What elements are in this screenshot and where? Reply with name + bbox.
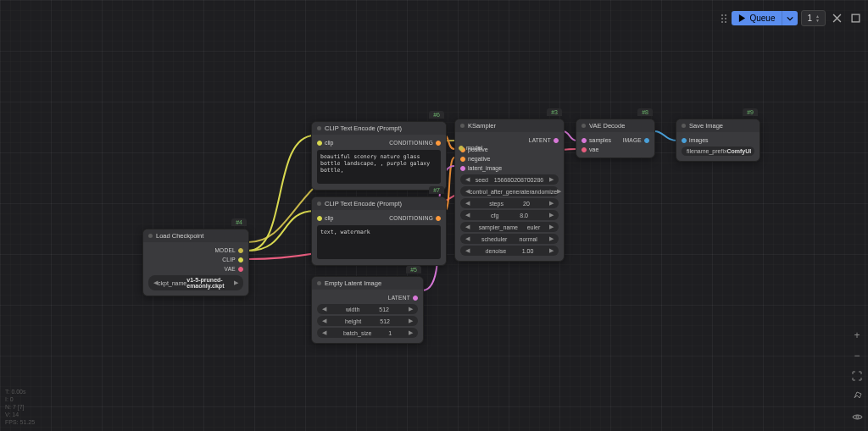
sampler-name-widget[interactable]: ◀sampler_nameeuler▶ — [460, 222, 559, 232]
node-badge: #3 — [547, 108, 562, 116]
title-text: KSampler — [468, 122, 496, 130]
stat-iterations: I: 0 — [5, 395, 35, 403]
node-clip-text-encode-negative[interactable]: #7 CLIP Text Encode (Prompt) clip CONDIT… — [311, 196, 447, 266]
stat-time: T: 0.00s — [5, 388, 35, 395]
stat-version: V: 14 — [5, 411, 35, 418]
input-model[interactable]: model — [459, 145, 482, 151]
collapse-dot-icon[interactable] — [317, 126, 321, 130]
node-graph-canvas[interactable]: #4 Load Checkpoint MODEL CLIP VAE ◀ckpt_… — [0, 0, 868, 431]
prompt-text[interactable]: beautiful scenery nature glass bottle la… — [317, 150, 441, 184]
prompt-text[interactable]: text, watermark — [317, 225, 441, 259]
ckpt-name-widget[interactable]: ◀ckpt_namev1-5-pruned-emaonly.ckpt▶ — [148, 275, 243, 290]
width-widget[interactable]: ◀width512▶ — [317, 304, 418, 314]
eye-icon — [852, 412, 863, 423]
scheduler-widget[interactable]: ◀schedulernormal▶ — [460, 234, 559, 244]
node-save-image[interactable]: #9 Save Image images filename_prefixComf… — [676, 119, 760, 162]
title-text: CLIP Text Encode (Prompt) — [325, 124, 402, 132]
collapse-dot-icon[interactable] — [682, 124, 686, 128]
control-after-generate-widget[interactable]: ◀control_after_generaterandomize▶ — [460, 186, 559, 196]
steps-widget[interactable]: ◀steps20▶ — [460, 198, 559, 208]
output-latent[interactable]: LATENT — [529, 137, 559, 143]
queue-button[interactable]: Queue — [732, 11, 782, 25]
zoom-out-button[interactable]: − — [849, 348, 865, 363]
svg-rect-0 — [852, 14, 860, 22]
output-latent[interactable]: LATENT — [388, 295, 418, 301]
node-title[interactable]: Empty Latent Image — [312, 277, 423, 290]
output-clip[interactable]: CLIP — [222, 257, 243, 262]
node-badge: #5 — [406, 266, 421, 274]
input-clip[interactable]: clip — [317, 140, 334, 146]
plus-icon: + — [854, 329, 860, 341]
node-title[interactable]: CLIP Text Encode (Prompt) — [312, 197, 446, 210]
node-title[interactable]: VAE Decode — [576, 119, 654, 132]
input-vae[interactable]: vae — [581, 146, 598, 152]
close-icon — [832, 14, 842, 23]
output-vae[interactable]: VAE — [225, 266, 243, 272]
title-text: VAE Decode — [589, 122, 625, 130]
locate-icon — [852, 391, 862, 401]
stat-nodes: N: 7 [7] — [5, 403, 35, 411]
top-toolbar: Queue 1 ▲▼ — [720, 10, 863, 26]
toggle-visibility-button[interactable] — [849, 409, 865, 424]
node-title[interactable]: KSampler — [455, 119, 564, 132]
output-image[interactable]: IMAGE — [623, 137, 649, 143]
cfg-widget[interactable]: ◀cfg8.0▶ — [460, 210, 559, 220]
collapse-dot-icon[interactable] — [317, 202, 321, 206]
node-load-checkpoint[interactable]: #4 Load Checkpoint MODEL CLIP VAE ◀ckpt_… — [142, 229, 249, 296]
collapse-dot-icon[interactable] — [581, 124, 586, 128]
node-title[interactable]: Load Checkpoint — [143, 229, 248, 242]
input-images[interactable]: images — [682, 137, 709, 143]
denoise-widget[interactable]: ◀denoise1.00▶ — [460, 246, 559, 256]
node-badge: #7 — [429, 186, 444, 194]
node-ksampler[interactable]: #3 KSampler model LATENT positive negati… — [454, 119, 565, 262]
node-badge: #6 — [429, 111, 444, 119]
spin-down-icon[interactable]: ▼ — [815, 19, 820, 23]
locate-button[interactable] — [849, 389, 865, 404]
queue-dropdown[interactable] — [782, 11, 798, 25]
close-button[interactable] — [829, 11, 844, 26]
input-samples[interactable]: samples — [581, 137, 611, 143]
node-clip-text-encode-positive[interactable]: #6 CLIP Text Encode (Prompt) clip CONDIT… — [311, 121, 447, 191]
output-model[interactable]: MODEL — [214, 247, 243, 253]
restore-button[interactable] — [848, 11, 863, 26]
drag-handle-icon[interactable] — [720, 13, 728, 25]
queue-label: Queue — [749, 14, 775, 23]
node-title[interactable]: CLIP Text Encode (Prompt) — [312, 122, 446, 135]
output-conditioning[interactable]: CONDITIONING — [389, 215, 441, 221]
seed-widget[interactable]: ◀seed156680208700286▶ — [460, 174, 559, 185]
input-clip[interactable]: clip — [317, 215, 334, 221]
filename-prefix-widget[interactable]: filename_prefixComfyUI — [682, 146, 754, 156]
title-text: Empty Latent Image — [325, 279, 381, 287]
batch-count-value: 1 — [807, 14, 812, 23]
play-icon — [738, 14, 746, 22]
collapse-dot-icon[interactable] — [148, 234, 153, 238]
node-badge: #9 — [743, 108, 758, 116]
node-vae-decode[interactable]: #8 VAE Decode samples IMAGE vae — [576, 119, 655, 158]
title-text: Load Checkpoint — [156, 232, 203, 240]
node-badge: #8 — [637, 108, 653, 116]
height-widget[interactable]: ◀height512▶ — [317, 316, 418, 326]
collapse-dot-icon[interactable] — [317, 281, 321, 285]
fit-icon — [852, 371, 862, 381]
zoom-in-button[interactable]: + — [849, 328, 865, 343]
input-latent-image[interactable]: latent_image — [460, 165, 502, 171]
node-title[interactable]: Save Image — [676, 119, 760, 132]
minus-icon: − — [854, 350, 860, 362]
fit-view-button[interactable] — [849, 368, 865, 384]
window-icon — [851, 14, 860, 23]
node-badge: #4 — [231, 218, 247, 226]
title-text: CLIP Text Encode (Prompt) — [325, 200, 402, 207]
batch-size-widget[interactable]: ◀batch_size1▶ — [317, 328, 418, 338]
svg-point-1 — [855, 415, 858, 417]
stat-fps: FPS: 51.25 — [5, 418, 35, 426]
collapse-dot-icon[interactable] — [460, 124, 465, 128]
chevron-down-icon — [787, 15, 793, 22]
input-negative[interactable]: negative — [460, 156, 490, 162]
node-empty-latent-image[interactable]: #5 Empty Latent Image LATENT ◀width512▶ … — [311, 276, 424, 344]
perf-stats: T: 0.00s I: 0 N: 7 [7] V: 14 FPS: 51.25 — [5, 388, 35, 426]
output-conditioning[interactable]: CONDITIONING — [389, 140, 441, 146]
title-text: Save Image — [689, 122, 723, 130]
canvas-controls: + − — [849, 328, 865, 424]
batch-count-input[interactable]: 1 ▲▼ — [801, 10, 826, 26]
